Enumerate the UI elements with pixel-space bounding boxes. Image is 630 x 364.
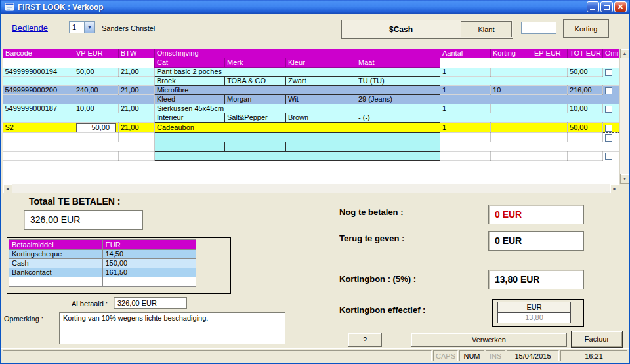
column-header-barcode[interactable]: Barcode (3, 49, 74, 58)
cell-merk[interactable]: TOBA & CO (225, 77, 286, 86)
cell-barcode[interactable]: 5499999000194 (3, 68, 74, 77)
cell-korting[interactable]: 10 (491, 86, 532, 95)
omr-checkbox[interactable] (605, 125, 612, 132)
cell-korting[interactable] (491, 68, 532, 77)
klant-button[interactable]: Klant (461, 21, 512, 37)
cell-barcode[interactable]: S2 (3, 123, 74, 133)
omr-checkbox[interactable] (605, 69, 612, 76)
payment-method[interactable]: Cash (9, 259, 103, 268)
cell-omschrijving[interactable]: Pant basic 2 poches (155, 68, 440, 77)
cell-barcode[interactable]: 5499999000200 (3, 86, 74, 95)
column-header-ep[interactable]: EP EUR (532, 49, 568, 58)
grid-subrow[interactable]: Interieur Salt&Pepper Brown - (-) (3, 113, 620, 123)
cell-kleur[interactable]: Brown (286, 113, 356, 123)
cell-korting[interactable] (491, 104, 532, 113)
help-button[interactable]: ? (348, 333, 382, 347)
omr-checkbox[interactable] (605, 87, 612, 94)
omr-checkbox[interactable] (605, 106, 612, 113)
grid-subrow[interactable]: Broek TOBA & CO Zwart TU (TU) (3, 77, 620, 86)
cell-ep[interactable] (532, 123, 568, 133)
cell-aantal[interactable]: 1 (440, 86, 491, 95)
scroll-down-icon[interactable]: ▼ (620, 174, 629, 184)
payment-amount[interactable]: 161,50 (102, 268, 196, 277)
column-header-maat[interactable]: Maat (356, 58, 440, 68)
scroll-left-icon[interactable]: ◄ (3, 184, 12, 193)
cell-btw[interactable]: 21,00 (119, 123, 155, 133)
cell-aantal[interactable]: 1 (440, 104, 491, 113)
maximize-button[interactable] (600, 1, 613, 12)
cell-omschrijving[interactable]: Sierkussen 45x45cm (155, 104, 440, 113)
payment-amount[interactable]: 150,00 (102, 259, 196, 268)
close-button[interactable]: ✕ (614, 1, 627, 12)
column-header-vp[interactable]: VP EUR (74, 49, 119, 58)
minimize-button[interactable] (587, 1, 599, 12)
scroll-up-icon[interactable]: ▲ (620, 49, 629, 58)
grid-subrow-selected[interactable]: Kleed Morgan Wit 29 (Jeans) (3, 95, 620, 104)
grid-row-empty-focused[interactable] (3, 133, 620, 142)
cell-vp[interactable]: 240,00 (74, 86, 119, 95)
payment-row[interactable]: Cash 150,00 (9, 259, 196, 268)
cell-btw[interactable]: 21,00 (119, 104, 155, 113)
cell-tot[interactable]: 216,00 (568, 86, 603, 95)
payment-row[interactable]: Bankcontact 161,50 (9, 268, 196, 277)
payment-method[interactable]: Kortingscheque (9, 250, 103, 259)
cell-maat[interactable]: - (-) (356, 113, 440, 123)
title-bar[interactable]: FIRST LOOK : Verkoop ✕ (1, 0, 629, 14)
cell-omschrijving[interactable]: Microfibre (155, 86, 440, 95)
korting-button[interactable]: Korting (563, 19, 609, 38)
omr-checkbox[interactable] (605, 134, 612, 142)
bediende-link[interactable]: Bediende (12, 23, 48, 33)
column-header-korting[interactable]: Korting (491, 49, 532, 58)
column-header-omr[interactable]: Omr (603, 49, 620, 58)
cell-tot[interactable]: 10,00 (568, 104, 603, 113)
cell-aantal[interactable]: 1 (440, 123, 491, 133)
column-header-merk[interactable]: Merk (225, 58, 286, 68)
cell-vp[interactable]: 50,00 (74, 68, 119, 77)
opmerking-textarea[interactable]: Korting van 10% wegens lichte beschadigi… (59, 312, 285, 344)
payment-amount[interactable]: 14,50 (102, 250, 196, 259)
verwerken-button[interactable]: Verwerken (411, 333, 567, 347)
klant-input[interactable] (521, 22, 556, 34)
grid-row[interactable]: 5499999000194 50,00 21,00 Pant basic 2 p… (3, 68, 620, 77)
cell-vp[interactable]: 10,00 (74, 104, 119, 113)
cell-tot[interactable]: 50,00 (568, 123, 603, 133)
horizontal-scrollbar[interactable]: ◄ ► (3, 184, 620, 193)
column-header-aantal[interactable]: Aantal (440, 49, 491, 58)
cell-btw[interactable]: 21,00 (119, 68, 155, 77)
cell-omschrijving[interactable]: Cadeaubon (155, 123, 440, 133)
vp-edit-input[interactable]: 50,00 (76, 123, 116, 132)
cash-button[interactable]: $Cash (342, 20, 460, 38)
scroll-right-icon[interactable]: ► (610, 184, 620, 193)
cell-btw[interactable]: 21,00 (119, 86, 155, 95)
payment-method[interactable]: Bankcontact (9, 268, 103, 277)
cell-kleur[interactable]: Zwart (286, 77, 356, 86)
cell-korting[interactable] (491, 123, 532, 133)
cell-merk[interactable]: Salt&Pepper (225, 113, 286, 123)
cell-merk[interactable]: Morgan (225, 95, 286, 104)
al-betaald-input[interactable]: 326,00 EUR (114, 297, 187, 309)
grid-row-empty[interactable] (3, 152, 620, 161)
column-header-cat[interactable]: Cat (155, 58, 225, 68)
grid-row-selected[interactable]: 5499999000200 240,00 21,00 Microfibre 1 … (3, 86, 620, 95)
cell-ep[interactable] (532, 104, 568, 113)
column-header-btw[interactable]: BTW (119, 49, 155, 58)
cell-ep[interactable] (532, 68, 568, 77)
cell-tot[interactable]: 50,00 (568, 68, 603, 77)
cell-cat[interactable]: Interieur (155, 113, 225, 123)
cell-barcode[interactable]: 5499999000187 (3, 104, 74, 113)
omr-checkbox[interactable] (605, 153, 612, 160)
grid-row-editing[interactable]: S2 50,00 21,00 Cadeaubon 1 50,00 (3, 123, 620, 133)
cell-ep[interactable] (532, 86, 568, 95)
payment-row-empty[interactable] (9, 277, 196, 287)
column-header-tot[interactable]: TOT EUR (568, 49, 603, 58)
grid-row[interactable]: 5499999000187 10,00 21,00 Sierkussen 45x… (3, 104, 620, 113)
cell-maat[interactable]: TU (TU) (356, 77, 440, 86)
cell-cat[interactable]: Kleed (155, 95, 225, 104)
column-header-kleur[interactable]: Kleur (286, 58, 356, 68)
column-header-omschrijving[interactable]: Omschrijving (155, 49, 440, 58)
payment-row[interactable]: Kortingscheque 14,50 (9, 250, 196, 259)
chevron-down-icon[interactable]: ▼ (84, 22, 94, 33)
cell-cat[interactable]: Broek (155, 77, 225, 86)
cell-kleur[interactable]: Wit (286, 95, 356, 104)
cell-maat[interactable]: 29 (Jeans) (356, 95, 440, 104)
